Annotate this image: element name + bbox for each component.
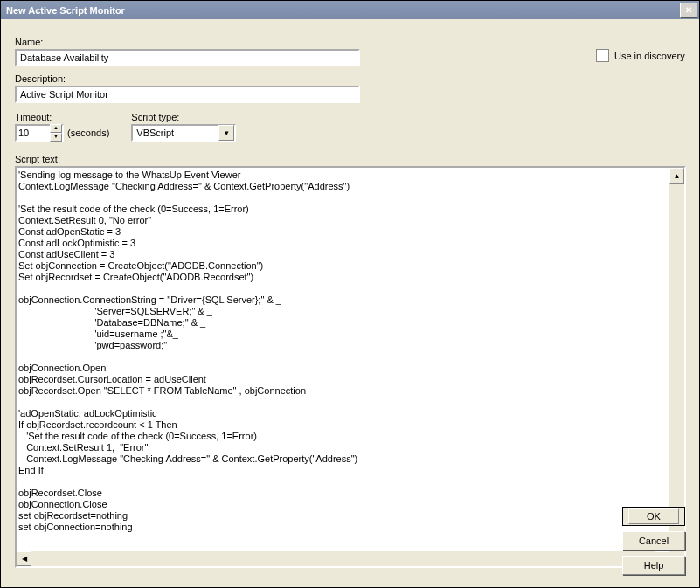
help-button[interactable]: Help bbox=[622, 556, 685, 575]
spin-down-icon[interactable]: ▼ bbox=[50, 133, 62, 142]
script-text-container: ▲ ▼ ◀ ▶ bbox=[15, 166, 686, 568]
script-text-field[interactable] bbox=[17, 168, 669, 551]
dialog-window: New Active Script Monitor ✕ Name: Use in… bbox=[0, 0, 700, 588]
close-icon[interactable]: ✕ bbox=[680, 3, 697, 18]
name-label: Name: bbox=[15, 37, 360, 47]
script-type-value: VBScript bbox=[133, 128, 218, 138]
script-type-label: Script type: bbox=[131, 112, 236, 122]
chevron-down-icon[interactable]: ▼ bbox=[218, 125, 234, 141]
description-label: Description: bbox=[15, 73, 685, 84]
timeout-input[interactable] bbox=[17, 128, 50, 138]
ok-button[interactable]: OK bbox=[622, 507, 685, 526]
description-field[interactable] bbox=[15, 86, 360, 103]
vertical-scrollbar[interactable]: ▲ ▼ bbox=[669, 168, 684, 551]
scroll-left-icon[interactable]: ◀ bbox=[17, 551, 31, 566]
client-area: Name: Use in discovery Description: Time… bbox=[1, 19, 699, 587]
timeout-label: Timeout: bbox=[15, 112, 109, 122]
spin-up-icon[interactable]: ▲ bbox=[50, 124, 62, 133]
scroll-up-icon[interactable]: ▲ bbox=[669, 168, 684, 184]
dialog-buttons: OK Cancel Help bbox=[622, 507, 685, 575]
seconds-label: (seconds) bbox=[67, 128, 109, 138]
use-in-discovery-label: Use in discovery bbox=[614, 51, 685, 61]
cancel-button[interactable]: Cancel bbox=[622, 531, 685, 550]
name-field[interactable] bbox=[15, 49, 360, 66]
window-title: New Active Script Monitor bbox=[6, 5, 125, 16]
use-in-discovery-checkbox[interactable] bbox=[596, 49, 609, 62]
title-bar: New Active Script Monitor ✕ bbox=[1, 1, 699, 19]
script-type-select[interactable]: VBScript ▼ bbox=[131, 124, 236, 142]
timeout-stepper[interactable]: ▲ ▼ bbox=[15, 124, 64, 142]
script-text-label: Script text: bbox=[15, 154, 685, 164]
horizontal-scrollbar[interactable]: ◀ ▶ bbox=[17, 551, 669, 566]
